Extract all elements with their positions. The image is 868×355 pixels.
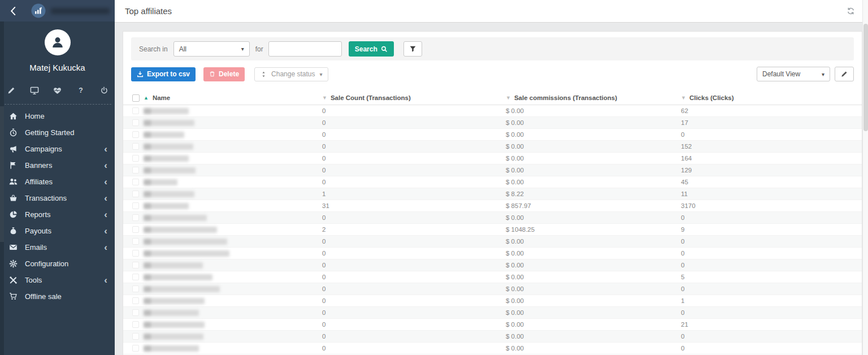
row-checkbox[interactable] <box>132 179 139 185</box>
table-row[interactable]: 0$ 0.0045 <box>123 176 862 188</box>
monitor-icon[interactable] <box>30 86 39 95</box>
search-for-label: for <box>255 45 263 53</box>
table-row[interactable]: 0$ 0.00129 <box>123 164 862 176</box>
sort-asc-icon: ▲ <box>144 96 149 101</box>
brand-logo-icon[interactable] <box>31 3 46 18</box>
back-button[interactable] <box>6 4 20 18</box>
table-row[interactable]: 0$ 0.000 <box>123 212 862 224</box>
commissions-cell: $ 857.97 <box>506 202 681 209</box>
export-csv-button[interactable]: Export to csv <box>131 67 196 81</box>
change-status-button[interactable]: Change status ▾ <box>254 67 328 81</box>
sidebar-item-offline-sale[interactable]: Offline sale <box>0 288 115 305</box>
row-checkbox[interactable] <box>132 107 139 114</box>
search-field-select[interactable]: All ▾ <box>173 41 250 57</box>
row-checkbox[interactable] <box>132 131 139 138</box>
filter-button[interactable] <box>403 41 422 57</box>
row-checkbox[interactable] <box>132 167 139 174</box>
row-checkbox[interactable] <box>132 309 139 316</box>
sidebar-item-home[interactable]: Home <box>0 108 115 124</box>
table-row[interactable]: 0$ 0.000 <box>123 307 862 319</box>
sidebar-item-getting-started[interactable]: Getting Started <box>0 124 115 141</box>
row-checkbox[interactable] <box>132 214 139 221</box>
sale-count-cell: 0 <box>322 274 506 280</box>
delete-label: Delete <box>219 70 239 78</box>
sidebar-item-label: Reports <box>25 210 51 219</box>
name-cell <box>123 226 322 233</box>
heartbeat-icon[interactable] <box>53 86 62 95</box>
sidebar-item-payouts[interactable]: Payouts‹ <box>0 223 115 239</box>
row-checkbox[interactable] <box>132 333 139 340</box>
sidebar-item-banners[interactable]: Banners‹ <box>0 157 115 174</box>
row-checkbox[interactable] <box>132 285 139 292</box>
row-checkbox[interactable] <box>132 274 139 280</box>
table-row[interactable]: 0$ 0.0062 <box>123 105 862 117</box>
table-row[interactable]: 0$ 0.000 <box>123 283 862 295</box>
row-checkbox[interactable] <box>132 226 139 233</box>
table-row[interactable]: 0$ 0.00164 <box>123 153 862 164</box>
row-checkbox[interactable] <box>132 191 139 197</box>
clicks-cell: 3170 <box>681 202 862 209</box>
table-row[interactable]: 1$ 8.2211 <box>123 188 862 200</box>
search-input[interactable] <box>268 41 342 57</box>
table-row[interactable]: 0$ 0.001 <box>123 295 862 307</box>
name-cell <box>123 262 322 269</box>
table-row[interactable]: 0$ 0.000 <box>123 259 862 271</box>
table-row[interactable]: 0$ 0.0021 <box>123 319 862 331</box>
table-row[interactable]: 2$ 1048.259 <box>123 224 862 236</box>
redacted-affiliate-name <box>144 274 212 280</box>
sale-count-cell: 0 <box>322 167 506 174</box>
row-checkbox[interactable] <box>132 262 139 269</box>
row-checkbox[interactable] <box>132 119 139 126</box>
column-header-name[interactable]: ▲ Name <box>123 94 322 102</box>
sidebar-item-emails[interactable]: Emails‹ <box>0 239 115 256</box>
refresh-icon[interactable] <box>846 7 855 16</box>
row-checkbox[interactable] <box>132 345 139 352</box>
row-checkbox[interactable] <box>132 143 139 150</box>
sidebar-item-reports[interactable]: Reports‹ <box>0 206 115 223</box>
edit-view-button[interactable] <box>835 67 854 81</box>
row-checkbox[interactable] <box>132 250 139 257</box>
pencil-icon[interactable] <box>7 86 16 95</box>
sidebar-item-campaigns[interactable]: Campaigns‹ <box>0 141 115 157</box>
row-checkbox[interactable] <box>132 155 139 162</box>
redacted-affiliate-name <box>144 144 193 150</box>
view-select[interactable]: Default View ▾ <box>757 67 830 81</box>
row-checkbox[interactable] <box>132 238 139 245</box>
table-row[interactable]: 0$ 0.0017 <box>123 117 862 129</box>
row-checkbox[interactable] <box>132 321 139 328</box>
clicks-cell: 129 <box>681 167 862 174</box>
commissions-cell: $ 0.00 <box>506 119 681 126</box>
row-checkbox[interactable] <box>132 297 139 304</box>
commissions-cell: $ 0.00 <box>506 131 681 138</box>
table-row[interactable]: 31$ 857.973170 <box>123 200 862 212</box>
commissions-cell: $ 0.00 <box>506 321 681 328</box>
table-row[interactable]: 0$ 0.000 <box>123 248 862 259</box>
table-row[interactable]: 0$ 0.005 <box>123 271 862 283</box>
table-row[interactable]: 0$ 0.000 <box>123 236 862 248</box>
table-row[interactable]: 0$ 0.00152 <box>123 141 862 153</box>
table-row[interactable]: 0$ 0.000 <box>123 343 862 354</box>
power-icon[interactable] <box>99 86 108 95</box>
name-cell <box>123 333 322 340</box>
scrollbar-thumb[interactable] <box>863 24 868 131</box>
sale-count-cell: 0 <box>322 143 506 150</box>
search-button[interactable]: Search <box>349 41 394 57</box>
column-header-clicks[interactable]: ▼ Clicks (Clicks) <box>681 94 862 101</box>
page-title: Top affiliates <box>125 6 172 16</box>
sale-count-cell: 0 <box>322 345 506 352</box>
delete-button[interactable]: Delete <box>203 67 245 81</box>
vertical-scrollbar[interactable] <box>862 0 868 355</box>
sidebar-item-configuration[interactable]: Configuration <box>0 256 115 272</box>
column-header-sale-count[interactable]: ▼ Sale Count (Transactions) <box>322 94 506 101</box>
row-checkbox[interactable] <box>132 202 139 209</box>
sidebar-item-label: Emails <box>25 243 47 252</box>
sidebar-item-affiliates[interactable]: Affiliates‹ <box>0 174 115 190</box>
table-row[interactable]: 0$ 0.000 <box>123 331 862 343</box>
sidebar-scrollbar[interactable] <box>0 21 4 355</box>
sidebar-item-transactions[interactable]: Transactions‹ <box>0 190 115 206</box>
select-all-checkbox[interactable] <box>132 94 140 102</box>
table-row[interactable]: 0$ 0.000 <box>123 129 862 141</box>
column-header-sale-commissions[interactable]: ▼ Sale commissions (Transactions) <box>506 94 681 101</box>
help-icon[interactable]: ? <box>76 86 85 95</box>
sidebar-item-tools[interactable]: Tools‹ <box>0 272 115 288</box>
